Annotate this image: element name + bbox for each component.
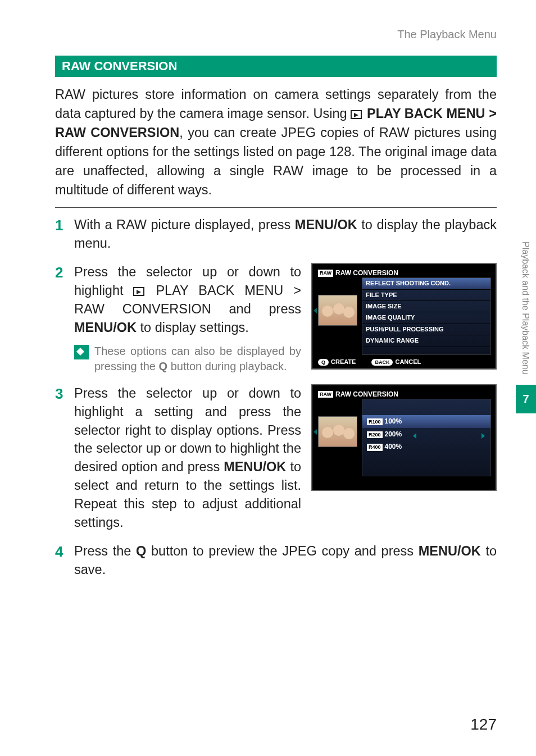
- q-button-label: Q: [136, 544, 146, 558]
- menu-item-selected: REFLECT SHOOTING COND.: [362, 278, 490, 289]
- screen1-title: RAWRAW CONVERSION: [318, 268, 398, 278]
- step2-menu1: PLAY BACK MENU: [156, 283, 283, 298]
- tip-icon: [74, 345, 89, 359]
- step-number: 2: [55, 263, 74, 374]
- step-number: 1: [55, 216, 74, 253]
- create-label: CREATE: [331, 358, 356, 365]
- step-body: Press the selector up or down to highlig…: [74, 263, 497, 374]
- option-label: 400%: [385, 443, 402, 450]
- step-body: With a RAW picture displayed, press MENU…: [74, 216, 497, 253]
- intro-menu-2: RAW CONVERSION: [55, 125, 179, 140]
- step-4: 4 Press the Q button to preview the JPEG…: [55, 542, 497, 579]
- option-badge: R100: [367, 418, 383, 426]
- page-content: The Playback Menu RAW CONVERSION RAW pic…: [0, 0, 536, 612]
- option-label: 200%: [385, 430, 402, 438]
- option-left-arrow-icon: [413, 433, 416, 439]
- intro-sep: >: [485, 106, 497, 121]
- camera-screen-1: RAWRAW CONVERSION REFLECT SHOOTING COND.…: [311, 263, 497, 370]
- step2-menu2: RAW CONVERSION: [74, 302, 211, 316]
- menu-item: PUSH/PULL PROCESSING: [362, 324, 490, 335]
- playback-menu-icon: [133, 287, 144, 296]
- q-pill: Q: [318, 359, 329, 366]
- raw-badge: RAW: [318, 270, 333, 277]
- step2-text-b: and press: [211, 302, 301, 316]
- q-button-label: Q: [159, 360, 168, 372]
- left-arrow-icon: [314, 308, 317, 313]
- option-row: R200200%: [362, 428, 490, 441]
- screen1-footer: QCREATE BACKCANCEL: [318, 358, 490, 366]
- steps-list: 1 With a RAW picture displayed, press ME…: [55, 216, 497, 579]
- raw-badge: RAW: [318, 391, 333, 398]
- option-right-arrow-icon: [482, 433, 485, 439]
- step1-text-a: With a RAW picture displayed, press: [74, 217, 295, 232]
- menu-item: IMAGE QUALITY: [362, 312, 490, 324]
- camera-screen-2: RAWRAW CONVERSION R100100% R2002: [311, 384, 497, 491]
- tip-text: These options can also be displayed by p…: [94, 344, 301, 374]
- menu-item: IMAGE SIZE: [362, 301, 490, 312]
- section-title-bar: RAW CONVERSION: [55, 56, 497, 77]
- breadcrumb: The Playback Menu: [55, 28, 497, 41]
- menu-ok-label: MENU/OK: [224, 459, 286, 474]
- screen1-title-text: RAW CONVERSION: [335, 269, 398, 277]
- menu-ok-label: MENU/OK: [295, 217, 357, 232]
- step4-text-b: button to preview the JPEG copy and pres…: [146, 544, 418, 558]
- cancel-label: CANCEL: [395, 358, 421, 365]
- step2-text-c: to display settings.: [137, 320, 249, 335]
- side-tab: Playback and the Playback Menu 7: [516, 242, 536, 413]
- footer-create: QCREATE: [318, 358, 356, 366]
- left-arrow-icon: [314, 429, 317, 435]
- tip-b: button during playback.: [167, 360, 287, 372]
- screen2-title-text: RAW CONVERSION: [335, 390, 398, 398]
- playback-menu-icon: [351, 110, 362, 119]
- menu-ok-label: MENU/OK: [74, 320, 137, 335]
- back-pill: BACK: [371, 359, 393, 366]
- page-number: 127: [470, 716, 497, 734]
- screen2-title: RAWRAW CONVERSION: [318, 390, 398, 399]
- step-1: 1 With a RAW picture displayed, press ME…: [55, 216, 497, 253]
- option-row-selected: R100100%: [362, 415, 490, 428]
- thumbnail-preview: [318, 295, 357, 326]
- option-label: 100%: [385, 417, 402, 425]
- option-badge: R200: [367, 431, 383, 439]
- menu-item: FILE TYPE: [362, 290, 490, 301]
- step-3: 3 Press the selector up or down to highl…: [55, 384, 497, 532]
- option-row: R400400%: [362, 440, 490, 453]
- tip-note: These options can also be displayed by p…: [74, 344, 301, 374]
- thumbnail-preview: [318, 416, 357, 447]
- step-number: 4: [55, 542, 74, 579]
- footer-cancel: BACKCANCEL: [371, 358, 421, 366]
- side-tab-chapter: 7: [516, 385, 536, 413]
- divider: [55, 207, 497, 208]
- screen2-options: R100100% R200200% R400400%: [362, 399, 491, 476]
- step-body: Press the selector up or down to highlig…: [74, 384, 497, 532]
- intro-paragraph: RAW pictures store information on camera…: [55, 85, 497, 199]
- step2-sep: >: [283, 283, 301, 298]
- step4-text-a: Press the: [74, 544, 136, 558]
- menu-ok-label: MENU/OK: [419, 544, 481, 558]
- step-2: 2 Press the selector up or down to highl…: [55, 263, 497, 374]
- step-body: Press the Q button to preview the JPEG c…: [74, 542, 497, 579]
- intro-menu-1: PLAY BACK MENU: [367, 106, 485, 121]
- menu-item: DYNAMIC RANGE: [362, 335, 490, 347]
- side-tab-label: Playback and the Playback Menu: [516, 242, 535, 385]
- step-number: 3: [55, 384, 74, 532]
- option-badge: R400: [367, 444, 383, 451]
- screen1-menu: REFLECT SHOOTING COND. FILE TYPE IMAGE S…: [362, 277, 491, 355]
